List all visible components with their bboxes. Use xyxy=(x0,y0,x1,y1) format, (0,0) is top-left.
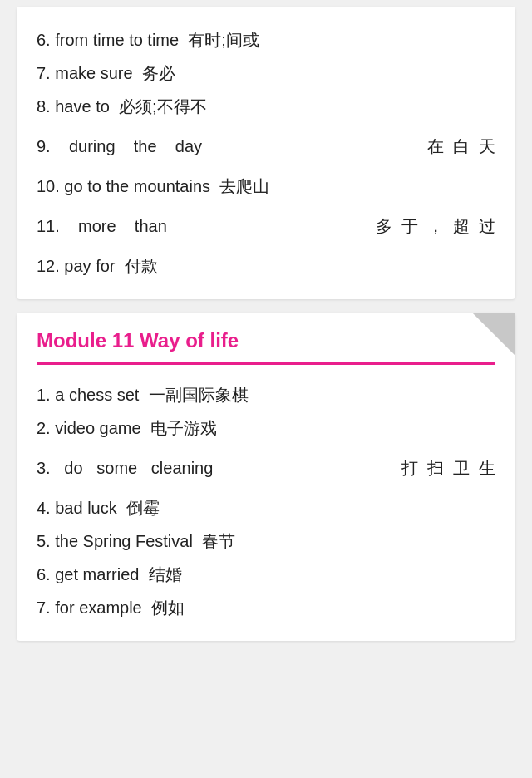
list-item: 10. go to the mountains 去爬山 xyxy=(37,170,495,203)
list-item: 12. pay for 付款 xyxy=(37,249,495,283)
module-body: 1. a chess set 一副国际象棋 2. video game 电子游戏… xyxy=(17,365,515,641)
entry-en: 12. pay for xyxy=(37,257,116,275)
entry-zh: 倒霉 xyxy=(126,499,160,517)
entry-zh: 有时;间或 xyxy=(188,31,259,49)
entry-zh: 务必 xyxy=(142,64,175,82)
entry-en: 7. make sure xyxy=(37,64,133,82)
entry-en: 11. more than xyxy=(37,213,167,239)
vocab-list-1: 6. from time to time 有时;间或 7. make sure … xyxy=(37,23,495,283)
entry-en: 7. for example xyxy=(37,598,142,617)
module-title: Module 11 Way of life xyxy=(37,329,239,352)
entry-zh: 例如 xyxy=(151,598,185,617)
entry-zh: 一副国际象棋 xyxy=(149,386,249,404)
entry-en: 6. from time to time xyxy=(37,31,179,49)
list-item: 6. from time to time 有时;间或 xyxy=(37,23,495,57)
list-item: 3. do some cleaning 打 扫 卫 生 xyxy=(37,451,495,485)
fold-corner-icon xyxy=(472,313,515,356)
vocab-card-1: 6. from time to time 有时;间或 7. make sure … xyxy=(17,7,515,299)
list-item: 6. get married 结婚 xyxy=(37,558,495,591)
entry-zh: 打 扫 卫 生 xyxy=(401,455,495,481)
list-item: 1. a chess set 一副国际象棋 xyxy=(37,378,495,411)
module-card-2: Module 11 Way of life 1. a chess set 一副国… xyxy=(17,313,515,641)
entry-en: 2. video game xyxy=(37,419,141,437)
entry-en: 4. bad luck xyxy=(37,499,117,517)
list-item: 7. make sure 务必 xyxy=(37,57,495,90)
entry-zh: 必须;不得不 xyxy=(119,97,207,116)
entry-en: 3. do some cleaning xyxy=(37,455,213,481)
entry-zh: 电子游戏 xyxy=(150,419,217,437)
entry-en: 6. get married xyxy=(37,565,139,584)
list-item: 5. the Spring Festival 春节 xyxy=(37,524,495,558)
entry-en: 1. a chess set xyxy=(37,386,139,404)
list-item: 4. bad luck 倒霉 xyxy=(37,491,495,524)
list-item: 2. video game 电子游戏 xyxy=(37,411,495,445)
entry-zh: 在 白 天 xyxy=(427,133,495,160)
entry-zh: 多 于 ， 超 过 xyxy=(376,213,495,239)
entry-zh: 结婚 xyxy=(149,565,182,584)
module-header: Module 11 Way of life xyxy=(17,313,515,362)
list-item: 11. more than 多 于 ， 超 过 xyxy=(37,209,495,243)
entry-zh: 春节 xyxy=(202,532,235,550)
list-item: 9. during the day 在 白 天 xyxy=(37,130,495,163)
entry-zh: 去爬山 xyxy=(219,177,269,195)
list-item: 7. for example 例如 xyxy=(37,591,495,624)
entry-en: 9. during the day xyxy=(37,133,202,160)
list-item: 8. have to 必须;不得不 xyxy=(37,90,495,123)
entry-en: 5. the Spring Festival xyxy=(37,532,193,550)
entry-en: 10. go to the mountains xyxy=(37,177,210,195)
entry-en: 8. have to xyxy=(37,97,110,116)
entry-zh: 付款 xyxy=(125,257,158,275)
vocab-list-2: 1. a chess set 一副国际象棋 2. video game 电子游戏… xyxy=(37,378,495,624)
